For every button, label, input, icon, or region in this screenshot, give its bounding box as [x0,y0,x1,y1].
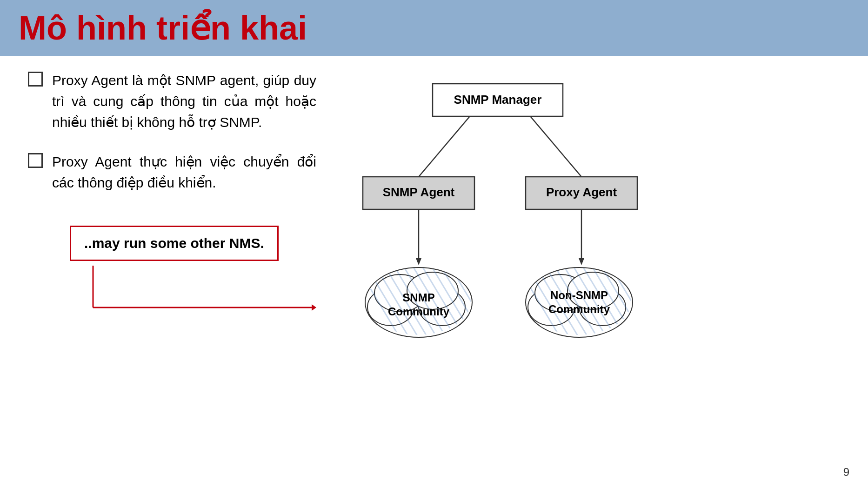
svg-point-16 [407,272,458,309]
header-banner: Mô hình triển khai [0,0,868,56]
svg-line-5 [530,116,581,177]
left-panel: Proxy Agent là một SNMP agent, giúp duy … [28,70,316,433]
bullet-item-2: Proxy Agent thực hiện việc chuyển đổi cá… [28,151,316,193]
svg-line-4 [419,116,470,177]
diagram-svg: SNMP Manager SNMP Agent Proxy Agent [335,70,670,433]
callout-arrow-svg [47,261,316,317]
manager-label: SNMP Manager [454,93,542,107]
bullet-text-1: Proxy Agent là một SNMP agent, giúp duy … [52,70,316,133]
page-title: Mô hình triển khai [19,8,849,47]
right-panel: SNMP Manager SNMP Agent Proxy Agent [335,70,840,433]
svg-line-34 [465,261,521,354]
svg-text:Non-SNMP: Non-SNMP [550,289,608,301]
non-snmp-community-cloud: Non-SNMP Community [514,261,670,354]
snmp-community-cloud: SNMP Community [354,261,521,354]
callout-box: ..may run some other NMS. [70,226,279,261]
page-number: 9 [843,466,849,479]
snmp-community-label: SNMP [402,291,434,304]
callout-text: ..may run some other NMS. [84,235,264,251]
callout-region: ..may run some other NMS. [47,212,316,317]
snmp-agent-label: SNMP Agent [383,185,455,199]
bullet-item-1: Proxy Agent là một SNMP agent, giúp duy … [28,70,316,133]
svg-marker-11 [579,258,584,265]
proxy-agent-label: Proxy Agent [546,185,617,199]
main-content: Proxy Agent là một SNMP agent, giúp duy … [0,70,868,433]
svg-marker-2 [312,304,316,311]
svg-text:Community: Community [388,305,450,318]
bullet-text-2: Proxy Agent thực hiện việc chuyển đổi cá… [52,151,316,193]
checkbox-icon-2 [28,153,43,168]
svg-text:Community: Community [548,303,610,315]
svg-marker-9 [416,258,421,265]
checkbox-icon-1 [28,72,43,87]
